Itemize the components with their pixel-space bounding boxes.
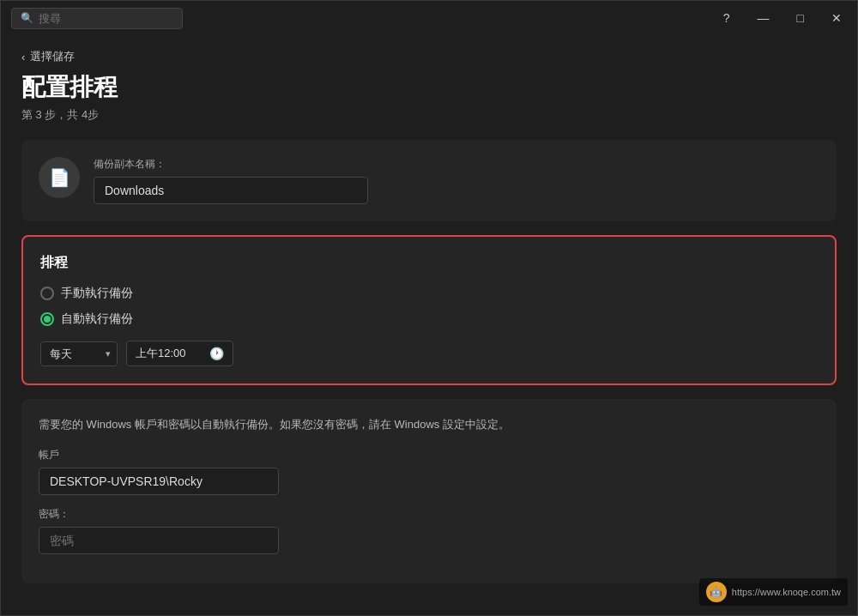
account-label: 帳戶: [39, 448, 819, 462]
title-bar-controls: ? — □ ✕: [718, 8, 847, 28]
frequency-select-wrapper[interactable]: 每天 每週 每月: [40, 341, 118, 366]
manual-radio-label: 手動執行備份: [61, 286, 133, 301]
schedule-controls: 每天 每週 每月 🕐: [40, 341, 818, 366]
file-icon: 📄: [49, 167, 70, 188]
account-input[interactable]: [39, 468, 279, 495]
search-icon: 🔍: [21, 12, 33, 24]
breadcrumb-text: 選擇儲存: [30, 49, 75, 64]
minimize-button[interactable]: —: [752, 8, 775, 28]
breadcrumb[interactable]: ‹ 選擇儲存: [21, 49, 837, 64]
schedule-title: 排程: [40, 254, 818, 272]
close-button[interactable]: ✕: [826, 8, 847, 28]
radio-selected-dot: [44, 316, 51, 323]
help-button[interactable]: ?: [718, 8, 735, 28]
credentials-info-text: 需要您的 Windows 帳戶和密碼以自動執行備份。如果您沒有密碼，請在 Win…: [39, 416, 819, 434]
main-content: ‹ 選擇儲存 配置排程 第 3 步，共 4步 📄 備份副本名稱： 排程: [1, 35, 857, 615]
password-label: 密碼：: [39, 507, 819, 522]
search-box[interactable]: 🔍: [11, 8, 183, 29]
time-input[interactable]: [136, 347, 204, 360]
manual-radio-item[interactable]: 手動執行備份: [40, 286, 818, 301]
time-input-wrapper[interactable]: 🕐: [126, 341, 233, 366]
file-icon-circle: 📄: [39, 157, 80, 198]
page-subtitle: 第 3 步，共 4步: [21, 107, 837, 123]
auto-radio-label: 自動執行備份: [61, 311, 133, 327]
backup-name-label: 備份副本名稱：: [94, 157, 819, 172]
backup-name-content: 備份副本名稱：: [94, 157, 819, 204]
maximize-button[interactable]: □: [792, 8, 809, 28]
manual-radio-circle: [40, 287, 54, 300]
page-title: 配置排程: [21, 71, 837, 104]
search-input[interactable]: [39, 12, 173, 25]
watermark-text: https://www.knoqe.com.tw: [732, 587, 841, 597]
watermark-icon: 🤖: [706, 582, 727, 602]
backup-name-card: 📄 備份副本名稱：: [21, 140, 837, 221]
watermark: 🤖 https://www.knoqe.com.tw: [699, 578, 848, 606]
credentials-card: 需要您的 Windows 帳戶和密碼以自動執行備份。如果您沒有密碼，請在 Win…: [21, 399, 837, 583]
backup-name-section: 📄 備份副本名稱：: [39, 157, 819, 204]
schedule-card: 排程 手動執行備份 自動執行備份 每: [21, 235, 837, 385]
frequency-select[interactable]: 每天 每週 每月: [40, 341, 118, 366]
password-field: 密碼：: [39, 507, 819, 554]
backup-name-input[interactable]: [94, 177, 368, 204]
back-icon: ‹: [21, 51, 25, 63]
auto-radio-circle: [40, 312, 54, 326]
radio-group: 手動執行備份 自動執行備份: [40, 286, 818, 327]
title-bar-left: 🔍: [11, 8, 718, 29]
account-field: 帳戶: [39, 448, 819, 495]
title-bar: 🔍 ? — □ ✕: [1, 1, 857, 35]
password-input[interactable]: [39, 527, 279, 554]
app-window: 🔍 ? — □ ✕ ‹ 選擇儲存 配置排程 第 3 步，共 4步 📄: [0, 0, 858, 616]
auto-radio-item[interactable]: 自動執行備份: [40, 311, 818, 327]
clock-icon: 🕐: [209, 347, 224, 360]
